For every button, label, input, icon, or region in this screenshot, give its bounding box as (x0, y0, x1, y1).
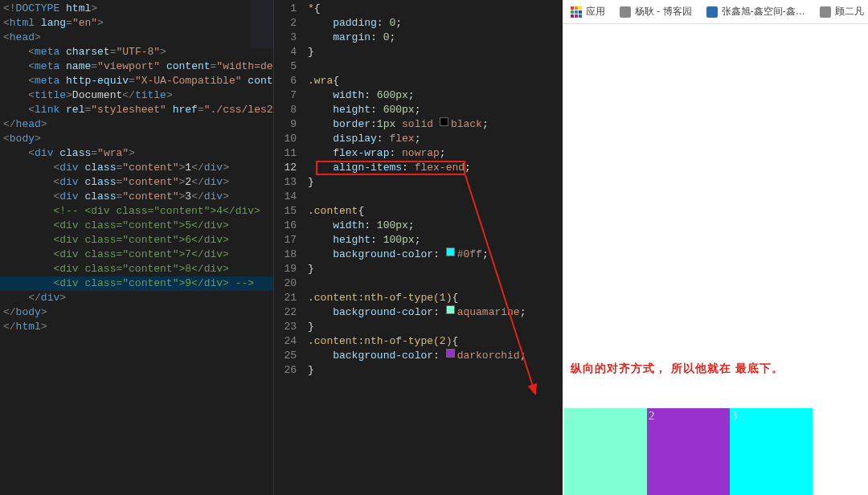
code-line[interactable]: 11 flex-wrap: nowrap; (274, 146, 563, 161)
line-number: 9 (277, 117, 308, 132)
line-number: 23 (277, 320, 308, 334)
css-code-area[interactable]: 1*{2 padding: 0;3 margin: 0;4}56.wra{7 w… (274, 0, 563, 378)
code-line[interactable]: 2 padding: 0; (274, 16, 563, 31)
code-line[interactable]: 16 width: 100px; (274, 219, 563, 233)
favicon-icon (706, 6, 718, 18)
line-number: 8 (277, 103, 308, 117)
code-line[interactable]: </html> (0, 320, 273, 334)
code-line[interactable]: 14 (274, 190, 563, 204)
line-number: 13 (277, 175, 308, 190)
line-number: 5 (277, 59, 308, 74)
line-number: 19 (277, 262, 308, 276)
code-line[interactable]: 23} (274, 320, 563, 334)
html-code-area[interactable]: <!DOCTYPE html><html lang="en"><head> <m… (0, 0, 273, 334)
code-line[interactable]: 4} (274, 45, 563, 59)
line-number: 26 (277, 363, 308, 378)
code-line[interactable]: <div class="content">7</div> (0, 248, 273, 262)
code-line[interactable]: 25 background-color: darkorchid; (274, 349, 563, 363)
code-line[interactable]: <meta http-equiv="X-UA-Compatible" cont (0, 74, 273, 88)
code-line[interactable]: <!DOCTYPE html> (0, 2, 273, 16)
code-line[interactable]: 1*{ (274, 2, 563, 16)
annotation-text: 纵向的对齐方式， 所以他就在 最底下。 (571, 362, 784, 376)
line-number: 14 (277, 190, 308, 204)
favicon-icon (820, 6, 831, 18)
line-number: 16 (277, 219, 308, 233)
line-number: 6 (277, 74, 308, 88)
code-line[interactable]: <div class="content">5</div> (0, 219, 273, 233)
code-line[interactable]: 19} (274, 262, 563, 276)
line-number: 10 (277, 132, 308, 146)
code-line[interactable]: <meta name="viewport" content="width=de (0, 59, 273, 74)
code-line[interactable]: <html lang="en"> (0, 16, 273, 31)
demo-box-2: 2 (647, 408, 730, 495)
line-number: 20 (277, 276, 308, 291)
code-line[interactable]: <div class="content">9</div> --> (0, 276, 273, 291)
code-line[interactable]: </div> (0, 291, 273, 305)
code-line[interactable]: 22 background-color: aquamarine; (274, 305, 563, 320)
bookmark-item-2[interactable]: 顾二凡 (820, 5, 864, 18)
code-line[interactable]: 5 (274, 59, 563, 74)
demo-box-1: 1 (564, 408, 647, 495)
code-line[interactable]: 6.wra{ (274, 74, 563, 88)
line-number: 12 (277, 161, 308, 175)
line-number: 7 (277, 88, 308, 103)
code-line[interactable]: 7 width: 600px; (274, 88, 563, 103)
favicon-icon (620, 6, 631, 18)
minimap[interactable] (251, 0, 273, 80)
line-number: 18 (277, 248, 308, 262)
bookmark-item-0[interactable]: 杨耿 - 博客园 (620, 5, 692, 18)
html-editor-panel[interactable]: <!DOCTYPE html><html lang="en"><head> <m… (0, 0, 273, 495)
code-line[interactable]: 20 (274, 276, 563, 291)
code-line[interactable]: 15.content{ (274, 204, 563, 219)
preview-body: 纵向的对齐方式， 所以他就在 最底下。 1 2 3 (563, 24, 868, 495)
code-line[interactable]: <div class="content">8</div> (0, 262, 273, 276)
bookmark-label: 杨耿 - 博客园 (635, 5, 692, 18)
line-number: 15 (277, 204, 308, 219)
code-line[interactable]: 8 height: 600px; (274, 103, 563, 117)
code-line[interactable]: <div class="content">6</div> (0, 233, 273, 248)
code-line[interactable]: 17 height: 100px; (274, 233, 563, 248)
code-line[interactable]: 21.content:nth-of-type(1){ (274, 291, 563, 305)
line-number: 22 (277, 305, 308, 320)
code-line[interactable]: <div class="wra"> (0, 146, 273, 161)
code-line[interactable]: </head> (0, 117, 273, 132)
line-number: 4 (277, 45, 308, 59)
code-line[interactable]: <div class="content">1</div> (0, 161, 273, 175)
code-line[interactable]: 13} (274, 175, 563, 190)
line-number: 11 (277, 146, 308, 161)
css-editor-panel[interactable]: 1*{2 padding: 0;3 margin: 0;4}56.wra{7 w… (273, 0, 563, 495)
line-number: 25 (277, 349, 308, 363)
bookmark-label: 顾二凡 (835, 5, 864, 18)
code-line[interactable]: 3 margin: 0; (274, 31, 563, 45)
code-line[interactable]: </body> (0, 305, 273, 320)
code-line[interactable]: <body> (0, 132, 273, 146)
code-line[interactable]: 26} (274, 363, 563, 378)
flex-demo-container: 1 2 3 (564, 408, 813, 495)
code-line[interactable]: <div class="content">3</div> (0, 190, 273, 204)
browser-preview-panel: 应用 杨耿 - 博客园 张鑫旭-鑫空间-鑫… 顾二凡 纵向的对齐方式， 所以他就… (563, 0, 868, 495)
code-line[interactable]: <title>Document</title> (0, 88, 273, 103)
code-line[interactable]: <div class="content">2</div> (0, 175, 273, 190)
bookmark-label: 张鑫旭-鑫空间-鑫… (722, 5, 805, 18)
apps-label: 应用 (586, 5, 605, 18)
line-number: 21 (277, 291, 308, 305)
demo-box-3: 3 (730, 408, 813, 495)
line-number: 1 (277, 2, 308, 16)
line-number: 24 (277, 334, 308, 349)
code-line[interactable]: 12 align-items: flex-end; (274, 161, 563, 175)
code-line[interactable]: 18 background-color: #0ff; (274, 248, 563, 262)
apps-button[interactable]: 应用 (571, 5, 605, 18)
apps-icon (571, 6, 582, 18)
code-line[interactable]: <link rel="stylesheet" href="./css/les2 (0, 103, 273, 117)
code-line[interactable]: 24.content:nth-of-type(2){ (274, 334, 563, 349)
code-line[interactable]: 10 display: flex; (274, 132, 563, 146)
bookmark-bar: 应用 杨耿 - 博客园 张鑫旭-鑫空间-鑫… 顾二凡 (563, 0, 868, 24)
code-line[interactable]: <head> (0, 31, 273, 45)
code-line[interactable]: <!-- <div class="content">4</div> (0, 204, 273, 219)
bookmark-item-1[interactable]: 张鑫旭-鑫空间-鑫… (706, 5, 805, 18)
line-number: 17 (277, 233, 308, 248)
code-line[interactable]: <meta charset="UTF-8"> (0, 45, 273, 59)
line-number: 3 (277, 31, 308, 45)
code-line[interactable]: 9 border:1px solid black; (274, 117, 563, 132)
line-number: 2 (277, 16, 308, 31)
